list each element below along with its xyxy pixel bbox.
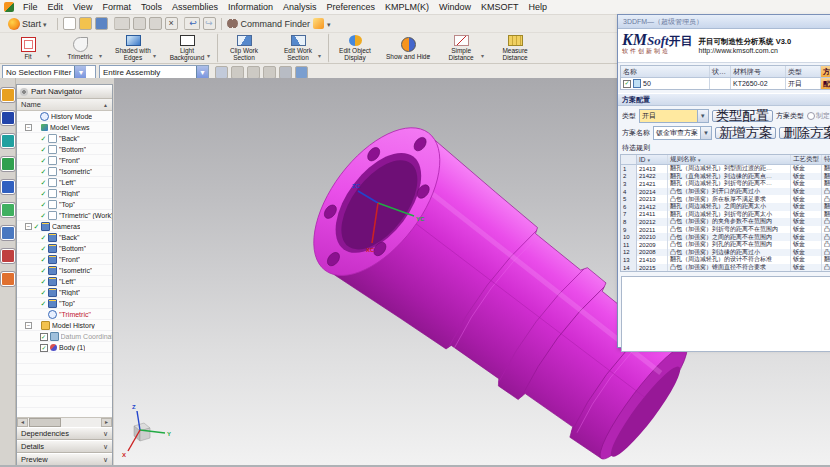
toolbar-button[interactable]: Measure Distance xyxy=(488,33,542,63)
expand-toggle-icon[interactable] xyxy=(33,168,40,175)
visibility-check-icon[interactable] xyxy=(40,289,47,297)
command-finder-icon[interactable] xyxy=(227,18,238,29)
tree-item[interactable]: "Right" xyxy=(17,188,112,199)
rule-row[interactable]: 12 20208 凸包（加强窝）到边缘的距离过小 钣金 凸包 xyxy=(621,249,830,257)
menu-item[interactable]: Information xyxy=(223,1,278,13)
tree-item[interactable]: "Back" xyxy=(17,133,112,144)
expand-toggle-icon[interactable] xyxy=(33,289,40,296)
col-feature-type[interactable]: 特征类型 xyxy=(822,155,830,164)
clipboard-icon[interactable] xyxy=(149,17,162,30)
visibility-check-icon[interactable] xyxy=(40,179,47,187)
col-type[interactable]: 类型 xyxy=(786,66,821,77)
select-child-icon[interactable] xyxy=(247,66,260,79)
menu-item[interactable]: Help xyxy=(524,1,553,13)
favorites-icon[interactable] xyxy=(313,18,324,29)
radio-icon[interactable] xyxy=(807,112,815,120)
start-button[interactable]: Start xyxy=(3,16,52,32)
work-assembly-icon[interactable] xyxy=(295,66,308,79)
menu-item[interactable]: Tools xyxy=(136,1,167,13)
tree-item[interactable]: "Top" xyxy=(17,199,112,210)
visibility-check-icon[interactable] xyxy=(33,223,40,231)
menu-item[interactable]: Analysis xyxy=(278,1,322,13)
col-name[interactable]: 名称 xyxy=(621,66,710,77)
rule-row[interactable]: 2 21422 翻孔（直角减轻孔）到边缘的距离点… 钣金 翻孔 xyxy=(621,173,830,181)
menu-item[interactable]: Format xyxy=(97,1,136,13)
part-navigator-icon[interactable] xyxy=(1,134,15,148)
rule-row[interactable]: 7 21411 翻孔（周边减轻孔）到折弯的距离太小 钣金 翻孔 xyxy=(621,211,830,219)
delete-icon[interactable]: × xyxy=(165,17,178,30)
menu-item[interactable]: Edit xyxy=(43,1,69,13)
rule-row[interactable]: 9 20211 凸包（加强窝）到折弯的距离不在范围内 钣金 凸包 xyxy=(621,226,830,234)
rule-row[interactable]: 10 20210 凸包（加强窝）之间的距离不在范围内 钣金 凸包 xyxy=(621,233,830,241)
dropdown-arrow-icon[interactable] xyxy=(153,44,159,62)
chevron-down-icon[interactable]: ∨ xyxy=(103,456,108,464)
expand-toggle-icon[interactable] xyxy=(33,311,40,318)
parts-table-row[interactable]: ✓50 KT2650-02 开目 配置 xyxy=(621,78,830,89)
roles-icon[interactable] xyxy=(1,272,15,286)
visibility-check-icon[interactable] xyxy=(40,256,47,264)
menu-item[interactable]: Assemblies xyxy=(167,1,223,13)
visibility-check-icon[interactable] xyxy=(40,201,47,209)
accordion-panel[interactable]: Dependencies ∨ xyxy=(17,427,112,440)
selection-filter-combo[interactable]: No Selection Filter ▼ xyxy=(2,65,96,79)
rule-row[interactable]: 5 20213 凸包（加强窝）所在板厚不满足要求 钣金 凸包 xyxy=(621,195,830,203)
visibility-check-icon[interactable] xyxy=(40,278,47,286)
expand-toggle-icon[interactable] xyxy=(33,300,40,307)
accordion-panel[interactable]: Details ∨ xyxy=(17,440,112,453)
toolbar-button[interactable]: Fit xyxy=(2,33,54,63)
scheme-name-combo[interactable]: 钣金审查方案 ▼ xyxy=(653,126,712,140)
undo-icon[interactable]: ↩ xyxy=(184,17,200,30)
visibility-check-icon[interactable] xyxy=(40,190,47,198)
visibility-check-icon[interactable] xyxy=(40,333,48,341)
selection-scope-combo[interactable]: Entire Assembly ▼ xyxy=(99,65,209,79)
tree-item[interactable]: "Top" xyxy=(17,298,112,309)
row-checkbox[interactable]: ✓ xyxy=(623,80,631,88)
constraint-navigator-icon[interactable] xyxy=(1,111,15,125)
combo-arrow-icon[interactable]: ▼ xyxy=(74,66,86,78)
assembly-navigator-icon[interactable] xyxy=(1,88,15,102)
toolbar-button[interactable]: Edit Object Display xyxy=(328,33,382,63)
process-studio-icon[interactable] xyxy=(1,249,15,263)
visibility-check-icon[interactable] xyxy=(40,157,47,165)
expand-toggle-icon[interactable] xyxy=(33,146,40,153)
tree-item[interactable]: "Bottom" xyxy=(17,144,112,155)
toolbar-button[interactable]: Simple Distance xyxy=(434,33,488,63)
menu-item[interactable]: KMSOFT xyxy=(476,1,524,13)
dropdown-arrow-icon[interactable] xyxy=(318,44,324,62)
expand-toggle-icon[interactable] xyxy=(33,256,40,263)
col-rule-id[interactable]: ID xyxy=(637,155,668,164)
paste-icon[interactable] xyxy=(114,17,130,30)
rules-table-header[interactable]: ID 规则名称 工艺类型 特征类型 xyxy=(621,155,830,165)
reuse-library-icon[interactable] xyxy=(1,157,15,171)
visibility-check-icon[interactable] xyxy=(40,344,48,352)
open-icon[interactable] xyxy=(79,17,92,30)
tree-item[interactable]: "Isometric" xyxy=(17,265,112,276)
rule-row[interactable]: 4 20214 凸包（加强窝）到开口的距离过小 钣金 凸包 xyxy=(621,188,830,196)
redo-icon[interactable]: ↪ xyxy=(203,17,216,30)
expand-toggle-icon[interactable] xyxy=(33,212,40,219)
expand-toggle-icon[interactable] xyxy=(33,234,40,241)
tree-item[interactable]: History Mode xyxy=(17,111,112,122)
system-scenes-icon[interactable] xyxy=(1,226,15,240)
chevron-down-icon[interactable]: ∨ xyxy=(103,430,108,438)
col-status[interactable]: 状… xyxy=(710,66,731,77)
expand-toggle-icon[interactable] xyxy=(25,113,32,120)
expand-toggle-icon[interactable] xyxy=(33,278,40,285)
col-material[interactable]: 材料牌号 xyxy=(731,66,786,77)
expand-toggle-icon[interactable] xyxy=(33,245,40,252)
visibility-check-icon[interactable] xyxy=(40,267,47,275)
history-icon[interactable] xyxy=(1,203,15,217)
tree-item[interactable]: Body (1) xyxy=(17,342,112,353)
save-icon[interactable] xyxy=(95,17,108,30)
menu-item[interactable]: File xyxy=(18,1,43,13)
visibility-check-icon[interactable] xyxy=(40,135,47,143)
col-process-type[interactable]: 工艺类型 xyxy=(791,155,822,164)
visibility-check-icon[interactable] xyxy=(40,146,47,154)
expand-toggle-icon[interactable] xyxy=(33,333,40,340)
horizontal-scrollbar[interactable]: ◂ ▸ xyxy=(17,417,112,427)
rule-row[interactable]: 1 21413 翻孔（周边减轻孔）到型面过渡的距… 钣金 翻孔 xyxy=(621,165,830,173)
delete-scheme-button[interactable]: 删除方案 xyxy=(779,127,830,139)
toolbar-button[interactable]: Trimetric xyxy=(54,33,106,63)
expand-toggle-icon[interactable] xyxy=(33,267,40,274)
copy-icon[interactable] xyxy=(133,17,146,30)
